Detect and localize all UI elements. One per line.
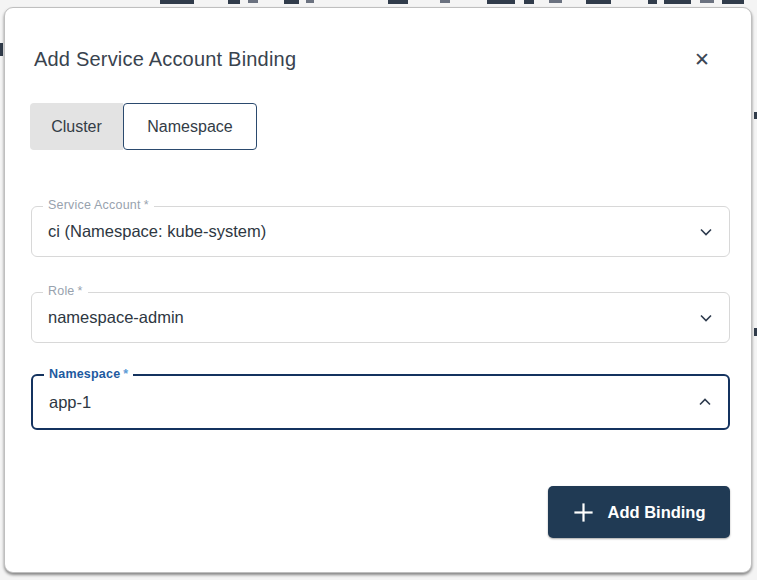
background-page-fragment — [648, 0, 657, 4]
chevron-down-icon — [698, 224, 714, 240]
service-account-select[interactable]: Service Account* ci (Namespace: kube-sys… — [31, 206, 730, 257]
add-service-account-binding-dialog: Add Service Account Binding ✕ Cluster Na… — [4, 7, 752, 573]
background-page-fragment — [524, 0, 534, 4]
close-icon[interactable]: ✕ — [689, 46, 715, 72]
add-binding-button[interactable]: Add Binding — [548, 486, 730, 538]
chevron-up-icon — [697, 394, 713, 410]
background-page-fragment — [549, 0, 562, 3]
role-value: namespace-admin — [48, 293, 184, 342]
background-page-fragment — [586, 0, 611, 4]
tab-namespace[interactable]: Namespace — [123, 103, 257, 150]
chevron-down-icon — [698, 310, 714, 326]
background-page-fragment — [440, 0, 450, 3]
background-page-fragment — [228, 0, 240, 4]
background-page-fragment — [664, 0, 691, 4]
background-page-fragment — [388, 0, 408, 4]
background-page-fragment — [306, 0, 314, 3]
tab-cluster[interactable]: Cluster — [30, 103, 123, 150]
add-binding-label: Add Binding — [607, 503, 705, 522]
service-account-value: ci (Namespace: kube-system) — [48, 207, 266, 256]
binding-scope-toggle: Cluster Namespace — [30, 103, 257, 150]
background-page-fragment — [700, 0, 714, 3]
background-page-fragment — [487, 0, 515, 4]
namespace-value: app-1 — [49, 376, 91, 428]
background-page-fragment — [160, 0, 194, 4]
background-page-fragment — [722, 0, 744, 4]
background-page-fragment — [0, 43, 3, 56]
role-select[interactable]: Role* namespace-admin — [31, 292, 730, 343]
background-page-fragment — [284, 0, 299, 4]
namespace-select[interactable]: Namespace* app-1 — [31, 374, 730, 430]
plus-icon — [572, 501, 595, 524]
background-page-fragment — [248, 0, 258, 3]
dialog-title: Add Service Account Binding — [34, 48, 296, 71]
